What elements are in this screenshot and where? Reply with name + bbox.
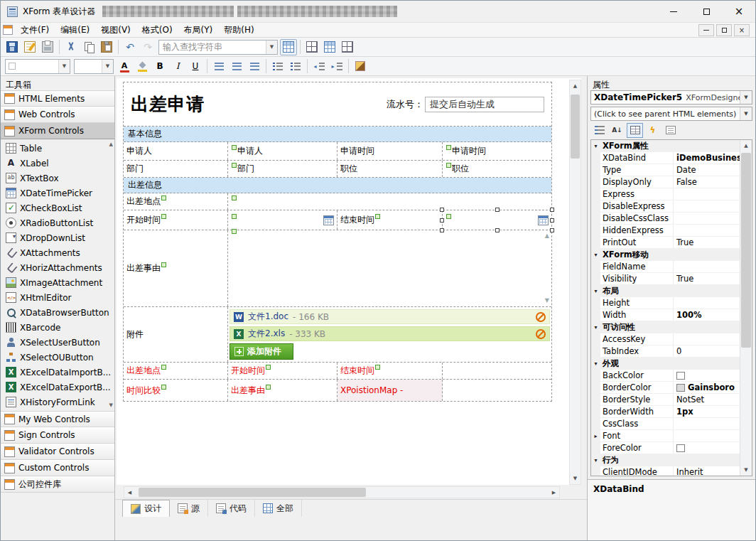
dept-field[interactable]: 部门 xyxy=(228,161,338,177)
close-button[interactable]: × xyxy=(723,1,755,22)
indent-button[interactable]: ▸ xyxy=(328,58,345,75)
bold-button[interactable]: B xyxy=(151,58,168,75)
property-category[interactable]: ▾XForm属性 xyxy=(591,140,740,152)
tab-design[interactable]: 设计 xyxy=(122,500,170,517)
toolbox-item-xlabel[interactable]: AXLabel xyxy=(1,156,114,171)
tab-all[interactable]: 全部 xyxy=(255,500,302,517)
save-button[interactable] xyxy=(4,39,21,55)
selection-handle[interactable] xyxy=(550,218,554,223)
toolbox-category-xform-controls[interactable]: XForm Controls xyxy=(1,123,114,139)
delete-attachment-icon[interactable] xyxy=(536,312,546,322)
toolbox-item-table[interactable]: Table xyxy=(1,141,114,156)
menu-edit[interactable]: 编辑(E) xyxy=(55,22,95,38)
redo-button[interactable]: ↷ xyxy=(139,39,156,55)
table-borders-button[interactable] xyxy=(339,39,356,55)
outdent-button[interactable]: ◂ xyxy=(310,58,328,75)
hidden-end-label[interactable]: 结束时间 xyxy=(338,363,443,379)
toolbox-item-xhistoryformlink[interactable]: XHistoryFormLink xyxy=(1,395,114,409)
file-name[interactable]: 文件2.xls xyxy=(248,328,285,340)
toolbox-scroll-up-icon[interactable]: ▲ xyxy=(109,142,113,147)
find-in-table-button[interactable] xyxy=(280,39,297,55)
selection-handle[interactable] xyxy=(440,228,444,232)
scroll-up-icon[interactable]: ▲ xyxy=(741,140,752,151)
insert-table-button[interactable] xyxy=(303,39,320,55)
search-input[interactable] xyxy=(159,41,266,54)
align-right-button[interactable] xyxy=(246,58,263,75)
toolbox-category-validator-controls[interactable]: Validator Controls xyxy=(1,444,114,460)
property-row[interactable]: BorderStyleNotSet xyxy=(591,394,740,406)
undo-button[interactable]: ↶ xyxy=(122,39,139,55)
toolbox-category-custom-controls[interactable]: Custom Controls xyxy=(1,460,114,476)
highlight-color-button[interactable] xyxy=(134,58,151,75)
mdi-restore-button[interactable] xyxy=(716,24,732,36)
categorized-view-button[interactable] xyxy=(591,123,608,138)
edit-page-button[interactable] xyxy=(21,39,38,55)
toolbox-category-sign-controls[interactable]: Sign Controls xyxy=(1,427,114,444)
toolbox-item-xselectuserbutton[interactable]: XSelectUserButton xyxy=(1,335,114,350)
toolbox-item-xdatetimepicker[interactable]: XDateTimePicker xyxy=(1,186,114,200)
property-category[interactable]: ▾行为 xyxy=(591,454,740,466)
property-category[interactable]: ▾布局 xyxy=(591,285,740,297)
attachment-file-row[interactable]: W 文件1.doc - 166 KB xyxy=(230,309,550,324)
tab-code[interactable]: 代码 xyxy=(208,500,255,517)
end-time-datepicker-selected[interactable] xyxy=(443,210,551,230)
scroll-down-icon[interactable]: ▼ xyxy=(741,464,752,476)
underline-button[interactable]: U xyxy=(187,58,204,75)
design-vertical-scrollbar[interactable]: ▲ ▼ xyxy=(569,80,581,485)
parent-element-dropdown[interactable]: (Click to see parent HTML elements) ▼ xyxy=(590,107,752,121)
property-category[interactable]: ▾外观 xyxy=(591,358,740,370)
toolbox-item-xhorizattachments[interactable]: XHorizAttachments xyxy=(1,260,114,275)
object-selector-dropdown[interactable]: XDateTimePicker5 XFormDesigner.Fi ▼ xyxy=(590,90,752,105)
paste-button[interactable] xyxy=(98,39,115,55)
print-button[interactable] xyxy=(39,39,56,55)
vertical-scroll-thumb[interactable] xyxy=(571,95,580,159)
calendar-icon[interactable] xyxy=(538,215,549,225)
numbered-list-button[interactable] xyxy=(269,58,286,75)
horizontal-scroll-thumb[interactable] xyxy=(139,488,366,497)
property-row[interactable]: DisableCssClass xyxy=(591,213,740,225)
property-row[interactable]: TypeDate xyxy=(591,164,740,176)
toolbox-item-ximageattachment[interactable]: XImageAttachment xyxy=(1,275,114,290)
property-pages-button[interactable] xyxy=(662,123,679,138)
mdi-close-button[interactable]: × xyxy=(734,24,750,36)
maximize-button[interactable] xyxy=(690,1,723,22)
bullet-list-button[interactable] xyxy=(287,58,304,75)
property-row[interactable]: VisibilityTrue xyxy=(591,273,740,285)
toolbox-category-web-controls[interactable]: Web Controls xyxy=(1,107,114,123)
alphabetical-sort-button[interactable]: A↓ xyxy=(609,123,625,138)
form-table[interactable]: 出差申请 流水号： 提交后自动生成 基本信息 申请人 申请人 申请时间 申请时间 xyxy=(123,82,552,402)
property-row[interactable]: FieldName xyxy=(591,261,740,273)
toolbox-category-html-elements[interactable]: HTML Elements xyxy=(1,90,114,107)
scroll-down-icon[interactable]: ▼ xyxy=(570,473,580,484)
toolbox-category-my-web-controls[interactable]: My Web Controls xyxy=(1,411,114,427)
toolbox-item-xradiobuttonlist[interactable]: XRadioButtonList xyxy=(1,215,114,230)
position-map-control[interactable]: XPoistionMap - xyxy=(338,380,443,401)
properties-scroll-thumb[interactable] xyxy=(741,153,751,348)
selection-handle[interactable] xyxy=(495,228,500,232)
property-row[interactable]: ClientIDModeInherit xyxy=(591,466,740,476)
selection-handle[interactable] xyxy=(440,208,444,212)
properties-view-button[interactable] xyxy=(627,123,643,138)
selection-handle[interactable] xyxy=(550,208,554,212)
design-canvas[interactable]: 出差申请 流水号： 提交后自动生成 基本信息 申请人 申请人 申请时间 申请时间 xyxy=(123,82,560,485)
copy-button[interactable] xyxy=(80,39,97,55)
selection-handle[interactable] xyxy=(440,218,444,223)
reason-textarea[interactable]: ▲ ▼ xyxy=(228,230,551,306)
time-compare-label[interactable]: 时间比较 xyxy=(124,380,228,401)
expand-icon[interactable]: ▸ xyxy=(591,430,600,441)
search-dropdown-arrow-icon[interactable]: ▼ xyxy=(266,41,277,54)
property-row[interactable]: ▸Font xyxy=(591,430,740,442)
position-field[interactable]: 职位 xyxy=(443,161,551,177)
align-center-button[interactable] xyxy=(228,58,245,75)
selection-handle[interactable] xyxy=(495,208,500,212)
property-category[interactable]: ▾XForm移动 xyxy=(591,249,740,261)
scroll-right-icon[interactable]: ▶ xyxy=(549,487,559,498)
menu-help[interactable]: 帮助(H) xyxy=(218,22,259,38)
toolbox-item-xcheckboxlist[interactable]: XCheckBoxList xyxy=(1,200,114,215)
cut-button[interactable] xyxy=(63,39,80,55)
menu-view[interactable]: 视图(V) xyxy=(95,22,136,38)
property-category[interactable]: ▾可访问性 xyxy=(591,321,740,333)
scroll-up-icon[interactable]: ▲ xyxy=(570,80,580,92)
hidden-reason-label[interactable]: 出差事由 xyxy=(228,380,338,401)
dropdown-arrow-icon[interactable]: ▼ xyxy=(740,107,752,120)
